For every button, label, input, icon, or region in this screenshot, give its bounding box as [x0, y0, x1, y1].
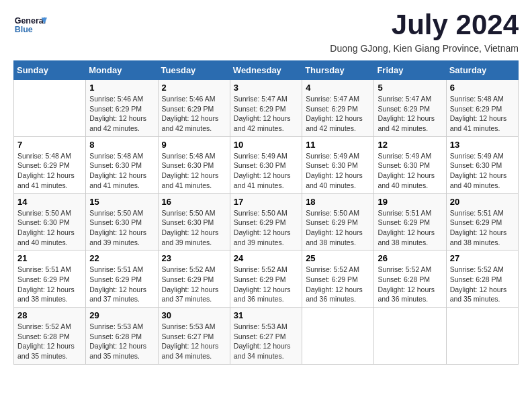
- calendar-week-row: 14Sunrise: 5:50 AM Sunset: 6:30 PM Dayli…: [14, 193, 519, 250]
- day-number: 22: [89, 253, 154, 263]
- calendar-week-row: 28Sunrise: 5:52 AM Sunset: 6:28 PM Dayli…: [14, 308, 519, 365]
- day-detail: Sunrise: 5:52 AM Sunset: 6:29 PM Dayligh…: [234, 265, 298, 304]
- day-number: 12: [378, 140, 442, 150]
- day-number: 4: [306, 83, 370, 93]
- day-detail: Sunrise: 5:51 AM Sunset: 6:29 PM Dayligh…: [378, 208, 442, 248]
- calendar-week-row: 1Sunrise: 5:46 AM Sunset: 6:29 PM Daylig…: [14, 80, 519, 137]
- title-section: July 2024: [392, 11, 519, 39]
- day-number: 11: [306, 140, 370, 150]
- weekday-header-thursday: Thursday: [302, 61, 374, 80]
- day-detail: Sunrise: 5:47 AM Sunset: 6:29 PM Dayligh…: [378, 94, 442, 134]
- day-detail: Sunrise: 5:46 AM Sunset: 6:29 PM Dayligh…: [162, 94, 226, 134]
- page-header: General Blue July 2024: [13, 11, 519, 40]
- calendar-cell: 18Sunrise: 5:50 AM Sunset: 6:29 PM Dayli…: [302, 193, 374, 250]
- day-detail: Sunrise: 5:47 AM Sunset: 6:29 PM Dayligh…: [234, 94, 298, 134]
- day-number: 28: [17, 310, 82, 320]
- calendar-cell: [446, 308, 518, 365]
- calendar-cell: [14, 80, 86, 137]
- location-subtitle: Duong GJong, Kien Giang Province, Vietna…: [13, 43, 519, 54]
- day-number: 24: [234, 253, 298, 263]
- day-number: 5: [378, 83, 442, 93]
- calendar-title: July 2024: [392, 11, 519, 39]
- day-number: 13: [450, 140, 515, 150]
- day-detail: Sunrise: 5:47 AM Sunset: 6:29 PM Dayligh…: [306, 94, 370, 134]
- calendar-cell: 9Sunrise: 5:48 AM Sunset: 6:30 PM Daylig…: [158, 136, 230, 193]
- day-detail: Sunrise: 5:51 AM Sunset: 6:29 PM Dayligh…: [17, 265, 82, 304]
- day-number: 2: [162, 83, 226, 93]
- calendar-cell: 4Sunrise: 5:47 AM Sunset: 6:29 PM Daylig…: [302, 80, 374, 137]
- calendar-cell: 14Sunrise: 5:50 AM Sunset: 6:30 PM Dayli…: [14, 193, 86, 250]
- day-number: 26: [378, 253, 442, 263]
- day-detail: Sunrise: 5:50 AM Sunset: 6:29 PM Dayligh…: [306, 208, 370, 248]
- calendar-cell: 8Sunrise: 5:48 AM Sunset: 6:30 PM Daylig…: [86, 136, 158, 193]
- calendar-cell: 28Sunrise: 5:52 AM Sunset: 6:28 PM Dayli…: [14, 308, 86, 365]
- calendar-cell: 25Sunrise: 5:52 AM Sunset: 6:29 PM Dayli…: [302, 250, 374, 308]
- weekday-header-sunday: Sunday: [14, 61, 86, 80]
- day-number: 21: [17, 253, 82, 263]
- calendar-cell: 12Sunrise: 5:49 AM Sunset: 6:30 PM Dayli…: [374, 136, 446, 193]
- calendar-cell: 26Sunrise: 5:52 AM Sunset: 6:28 PM Dayli…: [374, 250, 446, 308]
- day-number: 19: [378, 197, 442, 207]
- day-number: 25: [306, 253, 370, 263]
- weekday-header-tuesday: Tuesday: [158, 61, 230, 80]
- day-detail: Sunrise: 5:53 AM Sunset: 6:27 PM Dayligh…: [162, 322, 226, 361]
- day-detail: Sunrise: 5:53 AM Sunset: 6:28 PM Dayligh…: [89, 322, 154, 361]
- day-number: 7: [17, 140, 82, 150]
- day-detail: Sunrise: 5:50 AM Sunset: 6:30 PM Dayligh…: [162, 208, 226, 248]
- day-number: 3: [234, 83, 298, 93]
- calendar-cell: 21Sunrise: 5:51 AM Sunset: 6:29 PM Dayli…: [14, 250, 86, 308]
- day-detail: Sunrise: 5:50 AM Sunset: 6:30 PM Dayligh…: [17, 208, 82, 248]
- day-number: 27: [450, 253, 515, 263]
- calendar-cell: 19Sunrise: 5:51 AM Sunset: 6:29 PM Dayli…: [374, 193, 446, 250]
- day-number: 17: [234, 197, 298, 207]
- calendar-cell: 27Sunrise: 5:52 AM Sunset: 6:28 PM Dayli…: [446, 250, 518, 308]
- weekday-header-monday: Monday: [86, 61, 158, 80]
- weekday-header-saturday: Saturday: [446, 61, 518, 80]
- day-detail: Sunrise: 5:52 AM Sunset: 6:28 PM Dayligh…: [17, 322, 82, 361]
- day-detail: Sunrise: 5:48 AM Sunset: 6:29 PM Dayligh…: [450, 94, 515, 134]
- calendar-cell: 7Sunrise: 5:48 AM Sunset: 6:29 PM Daylig…: [14, 136, 86, 193]
- day-detail: Sunrise: 5:52 AM Sunset: 6:29 PM Dayligh…: [306, 265, 370, 304]
- calendar-cell: 20Sunrise: 5:51 AM Sunset: 6:29 PM Dayli…: [446, 193, 518, 250]
- calendar-week-row: 7Sunrise: 5:48 AM Sunset: 6:29 PM Daylig…: [14, 136, 519, 193]
- calendar-cell: 13Sunrise: 5:49 AM Sunset: 6:30 PM Dayli…: [446, 136, 518, 193]
- day-detail: Sunrise: 5:49 AM Sunset: 6:30 PM Dayligh…: [234, 151, 298, 191]
- calendar-cell: 17Sunrise: 5:50 AM Sunset: 6:29 PM Dayli…: [230, 193, 302, 250]
- calendar-cell: 11Sunrise: 5:49 AM Sunset: 6:30 PM Dayli…: [302, 136, 374, 193]
- calendar-cell: 6Sunrise: 5:48 AM Sunset: 6:29 PM Daylig…: [446, 80, 518, 137]
- day-detail: Sunrise: 5:51 AM Sunset: 6:29 PM Dayligh…: [450, 208, 515, 248]
- calendar-cell: 2Sunrise: 5:46 AM Sunset: 6:29 PM Daylig…: [158, 80, 230, 137]
- day-detail: Sunrise: 5:48 AM Sunset: 6:29 PM Dayligh…: [17, 151, 82, 191]
- day-detail: Sunrise: 5:49 AM Sunset: 6:30 PM Dayligh…: [378, 151, 442, 191]
- day-detail: Sunrise: 5:50 AM Sunset: 6:30 PM Dayligh…: [89, 208, 154, 248]
- logo: General Blue: [13, 11, 47, 40]
- day-number: 20: [450, 197, 515, 207]
- day-number: 15: [89, 197, 154, 207]
- calendar-table: SundayMondayTuesdayWednesdayThursdayFrid…: [13, 60, 519, 365]
- calendar-cell: 23Sunrise: 5:52 AM Sunset: 6:29 PM Dayli…: [158, 250, 230, 308]
- day-detail: Sunrise: 5:52 AM Sunset: 6:28 PM Dayligh…: [450, 265, 515, 304]
- calendar-cell: 24Sunrise: 5:52 AM Sunset: 6:29 PM Dayli…: [230, 250, 302, 308]
- day-detail: Sunrise: 5:49 AM Sunset: 6:30 PM Dayligh…: [450, 151, 515, 191]
- day-number: 10: [234, 140, 298, 150]
- svg-text:Blue: Blue: [15, 25, 33, 34]
- calendar-cell: [374, 308, 446, 365]
- day-number: 30: [162, 310, 226, 320]
- weekday-header-friday: Friday: [374, 61, 446, 80]
- calendar-cell: 3Sunrise: 5:47 AM Sunset: 6:29 PM Daylig…: [230, 80, 302, 137]
- calendar-cell: 15Sunrise: 5:50 AM Sunset: 6:30 PM Dayli…: [86, 193, 158, 250]
- calendar-cell: 16Sunrise: 5:50 AM Sunset: 6:30 PM Dayli…: [158, 193, 230, 250]
- calendar-cell: 29Sunrise: 5:53 AM Sunset: 6:28 PM Dayli…: [86, 308, 158, 365]
- calendar-cell: 30Sunrise: 5:53 AM Sunset: 6:27 PM Dayli…: [158, 308, 230, 365]
- day-number: 9: [162, 140, 226, 150]
- calendar-cell: 31Sunrise: 5:53 AM Sunset: 6:27 PM Dayli…: [230, 308, 302, 365]
- calendar-week-row: 21Sunrise: 5:51 AM Sunset: 6:29 PM Dayli…: [14, 250, 519, 308]
- day-number: 23: [162, 253, 226, 263]
- day-number: 18: [306, 197, 370, 207]
- day-number: 1: [89, 83, 154, 93]
- day-detail: Sunrise: 5:50 AM Sunset: 6:29 PM Dayligh…: [234, 208, 298, 248]
- day-number: 14: [17, 197, 82, 207]
- calendar-cell: 10Sunrise: 5:49 AM Sunset: 6:30 PM Dayli…: [230, 136, 302, 193]
- calendar-cell: [302, 308, 374, 365]
- day-detail: Sunrise: 5:51 AM Sunset: 6:29 PM Dayligh…: [89, 265, 154, 304]
